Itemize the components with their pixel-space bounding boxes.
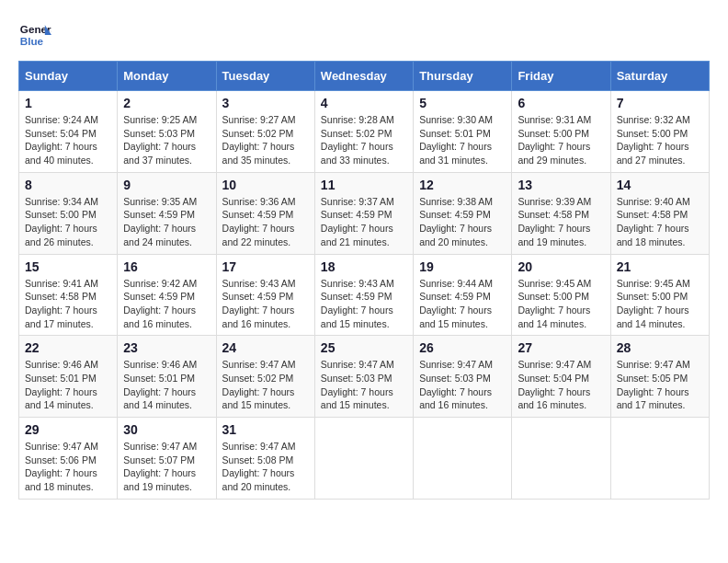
day-content: Sunrise: 9:36 AM Sunset: 4:59 PM Dayligh…	[222, 195, 309, 249]
day-content: Sunrise: 9:28 AM Sunset: 5:02 PM Dayligh…	[321, 113, 407, 167]
day-number: 20	[518, 259, 604, 274]
week-row-2: 8Sunrise: 9:34 AM Sunset: 5:00 PM Daylig…	[19, 172, 710, 254]
logo-icon: General Blue	[18, 18, 51, 52]
day-number: 28	[617, 340, 703, 355]
page-header: General Blue	[18, 18, 710, 52]
calendar-table: SundayMondayTuesdayWednesdayThursdayFrid…	[18, 61, 710, 500]
day-number: 23	[123, 340, 210, 355]
day-number: 6	[518, 96, 604, 110]
day-content: Sunrise: 9:38 AM Sunset: 4:59 PM Dayligh…	[419, 195, 506, 249]
day-content: Sunrise: 9:47 AM Sunset: 5:07 PM Dayligh…	[123, 440, 210, 494]
day-number: 5	[419, 96, 506, 110]
calendar-cell: 13Sunrise: 9:39 AM Sunset: 4:58 PM Dayli…	[512, 172, 610, 254]
calendar-cell: 17Sunrise: 9:43 AM Sunset: 4:59 PM Dayli…	[216, 254, 314, 336]
day-number: 14	[617, 178, 703, 192]
day-content: Sunrise: 9:47 AM Sunset: 5:06 PM Dayligh…	[25, 440, 111, 494]
day-content: Sunrise: 9:47 AM Sunset: 5:03 PM Dayligh…	[419, 358, 506, 412]
day-number: 11	[321, 178, 407, 192]
day-number: 7	[617, 96, 703, 110]
calendar-cell: 16Sunrise: 9:42 AM Sunset: 4:59 PM Dayli…	[118, 254, 216, 336]
calendar-cell: 8Sunrise: 9:34 AM Sunset: 5:00 PM Daylig…	[19, 172, 118, 254]
day-number: 18	[321, 259, 407, 274]
calendar-cell	[314, 418, 413, 500]
calendar-cell	[512, 418, 610, 500]
day-content: Sunrise: 9:25 AM Sunset: 5:03 PM Dayligh…	[123, 113, 210, 167]
weekday-header-wednesday: Wednesday	[314, 62, 413, 91]
day-content: Sunrise: 9:42 AM Sunset: 4:59 PM Dayligh…	[123, 277, 210, 331]
weekday-header-saturday: Saturday	[610, 62, 709, 91]
calendar-cell: 26Sunrise: 9:47 AM Sunset: 5:03 PM Dayli…	[414, 336, 512, 418]
day-content: Sunrise: 9:47 AM Sunset: 5:08 PM Dayligh…	[222, 440, 309, 494]
day-number: 16	[123, 259, 210, 274]
day-content: Sunrise: 9:45 AM Sunset: 5:00 PM Dayligh…	[617, 277, 703, 331]
day-content: Sunrise: 9:47 AM Sunset: 5:02 PM Dayligh…	[222, 358, 309, 412]
day-content: Sunrise: 9:37 AM Sunset: 4:59 PM Dayligh…	[321, 195, 407, 249]
day-content: Sunrise: 9:46 AM Sunset: 5:01 PM Dayligh…	[25, 358, 111, 412]
day-number: 1	[25, 96, 111, 110]
day-content: Sunrise: 9:40 AM Sunset: 4:58 PM Dayligh…	[617, 195, 703, 249]
calendar-cell: 19Sunrise: 9:44 AM Sunset: 4:59 PM Dayli…	[414, 254, 512, 336]
calendar-cell: 23Sunrise: 9:46 AM Sunset: 5:01 PM Dayli…	[118, 336, 216, 418]
day-content: Sunrise: 9:44 AM Sunset: 4:59 PM Dayligh…	[419, 277, 506, 331]
day-number: 25	[321, 340, 407, 355]
day-number: 13	[518, 178, 604, 192]
day-content: Sunrise: 9:32 AM Sunset: 5:00 PM Dayligh…	[617, 113, 703, 167]
calendar-cell: 9Sunrise: 9:35 AM Sunset: 4:59 PM Daylig…	[118, 172, 216, 254]
day-number: 10	[222, 178, 309, 192]
day-content: Sunrise: 9:45 AM Sunset: 5:00 PM Dayligh…	[518, 277, 604, 331]
week-row-1: 1Sunrise: 9:24 AM Sunset: 5:04 PM Daylig…	[19, 91, 710, 173]
day-content: Sunrise: 9:35 AM Sunset: 4:59 PM Dayligh…	[123, 195, 210, 249]
day-content: Sunrise: 9:41 AM Sunset: 4:58 PM Dayligh…	[25, 277, 111, 331]
calendar-cell: 20Sunrise: 9:45 AM Sunset: 5:00 PM Dayli…	[512, 254, 610, 336]
day-content: Sunrise: 9:30 AM Sunset: 5:01 PM Dayligh…	[419, 113, 506, 167]
day-number: 15	[25, 259, 111, 274]
day-content: Sunrise: 9:47 AM Sunset: 5:03 PM Dayligh…	[321, 358, 407, 412]
weekday-header-monday: Monday	[118, 62, 216, 91]
calendar-cell: 30Sunrise: 9:47 AM Sunset: 5:07 PM Dayli…	[118, 418, 216, 500]
day-content: Sunrise: 9:43 AM Sunset: 4:59 PM Dayligh…	[222, 277, 309, 331]
day-content: Sunrise: 9:47 AM Sunset: 5:04 PM Dayligh…	[518, 358, 604, 412]
calendar-cell	[414, 418, 512, 500]
day-content: Sunrise: 9:31 AM Sunset: 5:00 PM Dayligh…	[518, 113, 604, 167]
calendar-cell: 27Sunrise: 9:47 AM Sunset: 5:04 PM Dayli…	[512, 336, 610, 418]
day-content: Sunrise: 9:46 AM Sunset: 5:01 PM Dayligh…	[123, 358, 210, 412]
svg-text:Blue: Blue	[20, 35, 44, 47]
weekday-header-friday: Friday	[512, 62, 610, 91]
day-content: Sunrise: 9:34 AM Sunset: 5:00 PM Dayligh…	[25, 195, 111, 249]
week-row-5: 29Sunrise: 9:47 AM Sunset: 5:06 PM Dayli…	[19, 418, 710, 500]
calendar-cell: 21Sunrise: 9:45 AM Sunset: 5:00 PM Dayli…	[610, 254, 709, 336]
calendar-cell: 7Sunrise: 9:32 AM Sunset: 5:00 PM Daylig…	[610, 91, 709, 173]
calendar-cell: 12Sunrise: 9:38 AM Sunset: 4:59 PM Dayli…	[414, 172, 512, 254]
day-number: 31	[222, 422, 309, 437]
calendar-cell: 24Sunrise: 9:47 AM Sunset: 5:02 PM Dayli…	[216, 336, 314, 418]
day-number: 8	[25, 178, 111, 192]
day-number: 12	[419, 178, 506, 192]
calendar-cell	[610, 418, 709, 500]
day-content: Sunrise: 9:27 AM Sunset: 5:02 PM Dayligh…	[222, 113, 309, 167]
day-number: 27	[518, 340, 604, 355]
calendar-cell: 10Sunrise: 9:36 AM Sunset: 4:59 PM Dayli…	[216, 172, 314, 254]
weekday-header-tuesday: Tuesday	[216, 62, 314, 91]
calendar-cell: 3Sunrise: 9:27 AM Sunset: 5:02 PM Daylig…	[216, 91, 314, 173]
week-row-3: 15Sunrise: 9:41 AM Sunset: 4:58 PM Dayli…	[19, 254, 710, 336]
calendar-cell: 1Sunrise: 9:24 AM Sunset: 5:04 PM Daylig…	[19, 91, 118, 173]
day-content: Sunrise: 9:47 AM Sunset: 5:05 PM Dayligh…	[617, 358, 703, 412]
calendar-cell: 22Sunrise: 9:46 AM Sunset: 5:01 PM Dayli…	[19, 336, 118, 418]
calendar-cell: 2Sunrise: 9:25 AM Sunset: 5:03 PM Daylig…	[118, 91, 216, 173]
day-number: 2	[123, 96, 210, 110]
calendar-cell: 29Sunrise: 9:47 AM Sunset: 5:06 PM Dayli…	[19, 418, 118, 500]
calendar-cell: 4Sunrise: 9:28 AM Sunset: 5:02 PM Daylig…	[314, 91, 413, 173]
day-number: 29	[25, 422, 111, 437]
calendar-cell: 6Sunrise: 9:31 AM Sunset: 5:00 PM Daylig…	[512, 91, 610, 173]
calendar-cell: 28Sunrise: 9:47 AM Sunset: 5:05 PM Dayli…	[610, 336, 709, 418]
calendar-cell: 11Sunrise: 9:37 AM Sunset: 4:59 PM Dayli…	[314, 172, 413, 254]
day-number: 19	[419, 259, 506, 274]
calendar-cell: 5Sunrise: 9:30 AM Sunset: 5:01 PM Daylig…	[414, 91, 512, 173]
day-number: 24	[222, 340, 309, 355]
calendar-cell: 14Sunrise: 9:40 AM Sunset: 4:58 PM Dayli…	[610, 172, 709, 254]
logo: General Blue	[18, 18, 51, 52]
day-number: 22	[25, 340, 111, 355]
calendar-cell: 15Sunrise: 9:41 AM Sunset: 4:58 PM Dayli…	[19, 254, 118, 336]
day-content: Sunrise: 9:39 AM Sunset: 4:58 PM Dayligh…	[518, 195, 604, 249]
calendar-cell: 31Sunrise: 9:47 AM Sunset: 5:08 PM Dayli…	[216, 418, 314, 500]
